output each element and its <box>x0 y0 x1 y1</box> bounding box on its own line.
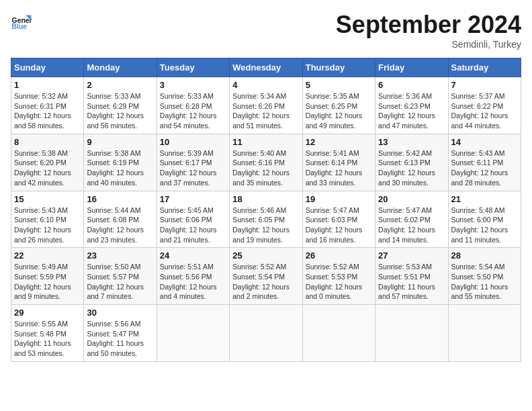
day-info: Sunrise: 5:50 AM Sunset: 5:57 PM Dayligh… <box>87 262 153 302</box>
calendar-cell: 5Sunrise: 5:35 AM Sunset: 6:25 PM Daylig… <box>302 77 375 134</box>
month-title: September 2024 <box>336 11 521 39</box>
day-number: 2 <box>87 80 153 90</box>
day-info: Sunrise: 5:48 AM Sunset: 6:00 PM Dayligh… <box>451 205 518 245</box>
header-friday: Friday <box>375 58 448 77</box>
day-info: Sunrise: 5:32 AM Sunset: 6:31 PM Dayligh… <box>14 91 81 131</box>
calendar-cell: 13Sunrise: 5:42 AM Sunset: 6:13 PM Dayli… <box>375 134 448 191</box>
calendar-cell: 9Sunrise: 5:38 AM Sunset: 6:19 PM Daylig… <box>84 134 157 191</box>
calendar-cell: 8Sunrise: 5:38 AM Sunset: 6:20 PM Daylig… <box>11 134 84 191</box>
calendar-header-row: SundayMondayTuesdayWednesdayThursdayFrid… <box>11 58 521 77</box>
day-info: Sunrise: 5:37 AM Sunset: 6:22 PM Dayligh… <box>451 91 518 131</box>
calendar-cell <box>375 305 448 362</box>
header-monday: Monday <box>84 58 157 77</box>
day-number: 21 <box>451 194 518 204</box>
logo: General Blue <box>11 11 32 32</box>
day-info: Sunrise: 5:44 AM Sunset: 6:08 PM Dayligh… <box>87 205 153 245</box>
day-info: Sunrise: 5:38 AM Sunset: 6:20 PM Dayligh… <box>14 148 81 188</box>
calendar-cell: 27Sunrise: 5:53 AM Sunset: 5:51 PM Dayli… <box>375 248 448 305</box>
day-info: Sunrise: 5:41 AM Sunset: 6:14 PM Dayligh… <box>306 148 372 188</box>
calendar-cell: 24Sunrise: 5:51 AM Sunset: 5:56 PM Dayli… <box>157 248 229 305</box>
day-number: 6 <box>378 80 445 90</box>
day-info: Sunrise: 5:52 AM Sunset: 5:53 PM Dayligh… <box>306 262 372 302</box>
day-info: Sunrise: 5:51 AM Sunset: 5:56 PM Dayligh… <box>160 262 226 302</box>
calendar-cell: 19Sunrise: 5:47 AM Sunset: 6:03 PM Dayli… <box>302 191 375 248</box>
calendar-cell: 16Sunrise: 5:44 AM Sunset: 6:08 PM Dayli… <box>84 191 157 248</box>
day-number: 30 <box>87 308 153 318</box>
calendar-row-0: 1Sunrise: 5:32 AM Sunset: 6:31 PM Daylig… <box>11 77 521 134</box>
day-number: 22 <box>14 250 81 261</box>
calendar-cell: 11Sunrise: 5:40 AM Sunset: 6:16 PM Dayli… <box>230 134 302 191</box>
calendar-cell <box>230 305 302 362</box>
header-tuesday: Tuesday <box>157 58 229 77</box>
day-number: 15 <box>14 194 81 204</box>
day-info: Sunrise: 5:45 AM Sunset: 6:06 PM Dayligh… <box>160 205 226 245</box>
calendar-row-2: 15Sunrise: 5:43 AM Sunset: 6:10 PM Dayli… <box>11 191 521 248</box>
calendar-cell: 1Sunrise: 5:32 AM Sunset: 6:31 PM Daylig… <box>11 77 84 134</box>
title-section: September 2024 Semdinli, Turkey <box>336 11 521 50</box>
calendar-cell: 20Sunrise: 5:47 AM Sunset: 6:02 PM Dayli… <box>375 191 448 248</box>
calendar-cell: 10Sunrise: 5:39 AM Sunset: 6:17 PM Dayli… <box>157 134 229 191</box>
day-info: Sunrise: 5:46 AM Sunset: 6:05 PM Dayligh… <box>232 205 299 245</box>
day-info: Sunrise: 5:56 AM Sunset: 5:47 PM Dayligh… <box>87 319 153 359</box>
day-info: Sunrise: 5:39 AM Sunset: 6:17 PM Dayligh… <box>160 148 226 188</box>
day-info: Sunrise: 5:47 AM Sunset: 6:03 PM Dayligh… <box>306 205 372 245</box>
day-number: 7 <box>451 80 518 90</box>
day-info: Sunrise: 5:47 AM Sunset: 6:02 PM Dayligh… <box>378 205 445 245</box>
calendar-cell <box>157 305 229 362</box>
day-number: 16 <box>87 194 153 204</box>
calendar-cell: 28Sunrise: 5:54 AM Sunset: 5:50 PM Dayli… <box>448 248 521 305</box>
header-thursday: Thursday <box>302 58 375 77</box>
day-number: 17 <box>160 194 226 204</box>
calendar-cell: 2Sunrise: 5:33 AM Sunset: 6:29 PM Daylig… <box>84 77 157 134</box>
day-number: 14 <box>451 137 518 147</box>
location-subtitle: Semdinli, Turkey <box>336 39 521 50</box>
calendar-cell: 12Sunrise: 5:41 AM Sunset: 6:14 PM Dayli… <box>302 134 375 191</box>
day-number: 11 <box>232 137 299 147</box>
day-number: 28 <box>451 250 518 261</box>
day-info: Sunrise: 5:36 AM Sunset: 6:23 PM Dayligh… <box>378 91 445 131</box>
day-info: Sunrise: 5:33 AM Sunset: 6:28 PM Dayligh… <box>160 91 226 131</box>
calendar-cell: 30Sunrise: 5:56 AM Sunset: 5:47 PM Dayli… <box>84 305 157 362</box>
calendar-cell: 26Sunrise: 5:52 AM Sunset: 5:53 PM Dayli… <box>302 248 375 305</box>
day-number: 12 <box>306 137 372 147</box>
day-info: Sunrise: 5:49 AM Sunset: 5:59 PM Dayligh… <box>14 262 81 302</box>
header-saturday: Saturday <box>448 58 521 77</box>
page-header: General Blue September 2024 Semdinli, Tu… <box>11 11 521 50</box>
day-info: Sunrise: 5:54 AM Sunset: 5:50 PM Dayligh… <box>451 262 518 302</box>
day-number: 10 <box>160 137 226 147</box>
calendar-cell: 14Sunrise: 5:43 AM Sunset: 6:11 PM Dayli… <box>448 134 521 191</box>
day-number: 26 <box>306 250 372 261</box>
day-info: Sunrise: 5:43 AM Sunset: 6:11 PM Dayligh… <box>451 148 518 188</box>
day-number: 8 <box>14 137 81 147</box>
logo-icon: General Blue <box>11 11 32 32</box>
day-number: 9 <box>87 137 153 147</box>
day-info: Sunrise: 5:40 AM Sunset: 6:16 PM Dayligh… <box>232 148 299 188</box>
calendar-cell: 21Sunrise: 5:48 AM Sunset: 6:00 PM Dayli… <box>448 191 521 248</box>
day-info: Sunrise: 5:42 AM Sunset: 6:13 PM Dayligh… <box>378 148 445 188</box>
day-info: Sunrise: 5:52 AM Sunset: 5:54 PM Dayligh… <box>232 262 299 302</box>
calendar-cell: 29Sunrise: 5:55 AM Sunset: 5:48 PM Dayli… <box>11 305 84 362</box>
calendar-table: SundayMondayTuesdayWednesdayThursdayFrid… <box>11 58 521 362</box>
calendar-cell <box>302 305 375 362</box>
day-number: 23 <box>87 250 153 261</box>
calendar-cell: 15Sunrise: 5:43 AM Sunset: 6:10 PM Dayli… <box>11 191 84 248</box>
calendar-cell: 25Sunrise: 5:52 AM Sunset: 5:54 PM Dayli… <box>230 248 302 305</box>
day-number: 5 <box>306 80 372 90</box>
calendar-row-1: 8Sunrise: 5:38 AM Sunset: 6:20 PM Daylig… <box>11 134 521 191</box>
calendar-cell: 23Sunrise: 5:50 AM Sunset: 5:57 PM Dayli… <box>84 248 157 305</box>
header-wednesday: Wednesday <box>230 58 302 77</box>
day-number: 29 <box>14 308 81 318</box>
header-sunday: Sunday <box>11 58 84 77</box>
calendar-cell: 22Sunrise: 5:49 AM Sunset: 5:59 PM Dayli… <box>11 248 84 305</box>
calendar-body: 1Sunrise: 5:32 AM Sunset: 6:31 PM Daylig… <box>11 77 521 362</box>
calendar-cell: 18Sunrise: 5:46 AM Sunset: 6:05 PM Dayli… <box>230 191 302 248</box>
calendar-cell <box>448 305 521 362</box>
day-number: 4 <box>232 80 299 90</box>
day-number: 1 <box>14 80 81 90</box>
calendar-cell: 4Sunrise: 5:34 AM Sunset: 6:26 PM Daylig… <box>230 77 302 134</box>
day-number: 18 <box>232 194 299 204</box>
day-number: 13 <box>378 137 445 147</box>
day-number: 20 <box>378 194 445 204</box>
day-info: Sunrise: 5:34 AM Sunset: 6:26 PM Dayligh… <box>232 91 299 131</box>
day-info: Sunrise: 5:35 AM Sunset: 6:25 PM Dayligh… <box>306 91 372 131</box>
